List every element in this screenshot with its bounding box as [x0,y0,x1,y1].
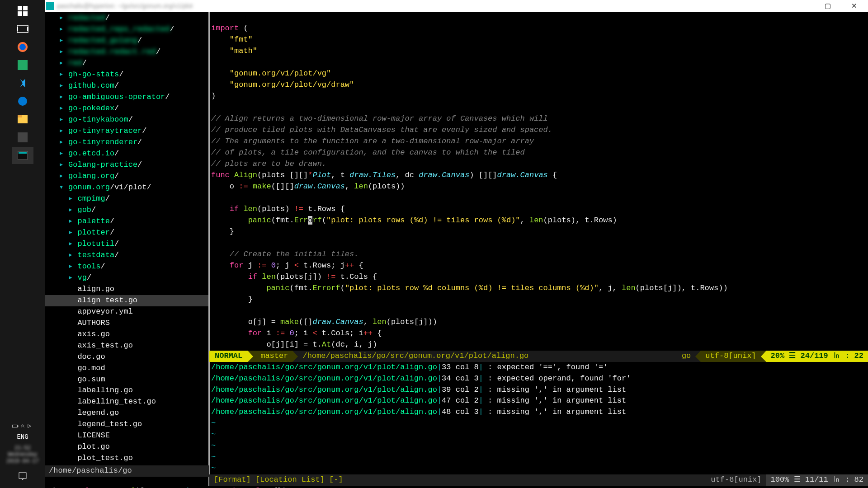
vim-mode: NORMAL [209,351,248,362]
quickfix-entry[interactable]: /home/paschalis/go/src/gonum.org/v1/plot… [211,385,868,396]
tree-dir[interactable]: ▸ redacted_golang/ [45,35,208,47]
svg-point-8 [19,44,26,50]
status-line: NORMAL master /home/paschalis/go/src/gon… [209,351,868,362]
empty-line-tilde: ~ [211,429,868,441]
file-tree[interactable]: ▸ redacted/ ▸ redacted_repo_redacted/ ▸ … [45,12,209,486]
tree-dir[interactable]: ▸ testdata/ [45,250,208,261]
tree-file[interactable]: labelling.go [45,385,208,396]
qf-status-encoding: utf-8[unix] [706,474,766,486]
tree-dir[interactable]: ▸ plotter/ [45,227,208,239]
code-area[interactable]: import ( "fmt" "math" "gonum.org/v1/plot… [209,12,868,351]
empty-line-tilde: ~ [211,452,868,463]
svg-rect-6 [27,27,28,31]
tree-file[interactable]: go.mod [45,363,208,374]
svg-rect-18 [19,473,26,479]
app-icon-2[interactable] [12,93,33,110]
svg-rect-13 [18,132,28,142]
tree-file[interactable]: plot_test.go [45,453,208,464]
maximize-button[interactable]: ▢ [815,0,841,12]
tree-dir[interactable]: ▸ go-tinyraytracer/ [45,126,208,137]
tree-dir[interactable]: ▸ Golang-practice/ [45,160,208,171]
svg-rect-17 [18,425,18,427]
tree-dir[interactable]: ▾ gonum.org/v1/plot/ [45,182,208,193]
tree-file[interactable]: legend.go [45,408,208,419]
tree-dir[interactable]: ▸ github.com/ [45,80,208,92]
empty-line-tilde: ~ [211,441,868,452]
tree-file[interactable]: axis_test.go [45,340,208,352]
tree-dir[interactable]: ▸ red/ [45,58,208,69]
clock[interactable]: 21:52 Wednesday 2019-04-17 [6,445,39,465]
status-position: 20% ☰ 24/119 ㏑ : 22 [766,351,868,362]
language-indicator[interactable]: ENG [17,433,28,441]
tree-file[interactable]: axis.go [45,329,208,340]
tree-file[interactable]: align_test.go [45,295,208,306]
tree-dir[interactable]: ▸ palette/ [45,216,208,227]
app-icon-3[interactable] [12,129,33,146]
tree-dir[interactable]: ▸ cmpimg/ [45,193,208,205]
svg-rect-3 [23,11,28,16]
tree-dir[interactable]: ▸ plotutil/ [45,239,208,250]
svg-rect-9 [18,60,28,70]
vscode-icon[interactable] [12,75,33,92]
status-encoding: utf-8[unix] [701,351,760,362]
tree-file[interactable]: doc.go [45,352,208,363]
start-icon[interactable] [12,2,33,19]
tree-dir[interactable]: ▸ golang.org/ [45,171,208,182]
quickfix-entry[interactable]: /home/paschalis/go/src/gonum.org/v1/plot… [211,407,868,418]
quickfix-entry[interactable]: /home/paschalis/go/src/gonum.org/v1/plot… [211,362,868,373]
svg-rect-1 [23,6,28,10]
empty-line-tilde: ~ [211,418,868,429]
tree-dir[interactable]: ▸ redacted/ [45,13,208,24]
tree-dir[interactable]: ▸ go-tinyrenderer/ [45,137,208,148]
svg-rect-4 [17,25,28,33]
quickfix-entry[interactable]: /home/paschalis/go/src/gonum.org/v1/plot… [211,395,868,407]
terminal-icon[interactable] [12,147,33,164]
quickfix-entry[interactable]: /home/paschalis/go/src/gonum.org/v1/plot… [211,373,868,385]
tree-file[interactable]: align.go [45,284,208,295]
terminal-window: paschalis@hyperion: ~/go/src/gonum.org/v… [45,0,868,488]
editor-pane[interactable]: import ( "fmt" "math" "gonum.org/v1/plot… [209,12,868,486]
minimize-button[interactable]: — [788,0,815,12]
notifications-icon[interactable] [12,468,33,485]
tree-file[interactable]: plot.go [45,441,208,453]
tree-dir[interactable]: ▸ redacted_repo_redacted/ [45,24,208,35]
tree-dir[interactable]: ▸ redacted.redact.red/ [45,47,208,58]
tree-file[interactable]: appveyor.yml [45,306,208,318]
tree-dir[interactable]: ▸ tools/ [45,261,208,272]
tree-dir[interactable]: ▸ go-pokedex/ [45,103,208,114]
vim-cmdline: vim-go: func Errorf(format string, a ...… [45,486,868,488]
status-file: /home/paschalis/go/src/gonum.org/v1/plot… [298,351,677,362]
app-icon-1[interactable] [12,56,33,74]
taskview-icon[interactable] [12,20,33,38]
tree-dir[interactable]: ▸ go-ambiguous-operator/ [45,92,208,103]
svg-rect-12 [18,115,22,117]
tree-file[interactable]: AUTHORS [45,318,208,329]
app-icon [46,2,54,10]
quickfix-list[interactable]: /home/paschalis/go/src/gonum.org/v1/plot… [209,362,868,475]
svg-point-10 [18,97,27,106]
svg-rect-2 [18,11,22,16]
close-button[interactable]: ✕ [841,0,867,12]
qf-status-position: 100% ☰ 11/11 ㏑ : 82 [766,474,868,486]
tree-file[interactable]: legend_test.go [45,419,208,430]
tree-dir[interactable]: ▸ go-tinykaboom/ [45,114,208,126]
git-branch: master [253,351,292,362]
svg-rect-5 [17,27,18,31]
windows-taskbar: ENG 21:52 Wednesday 2019-04-17 [0,0,45,488]
firefox-icon[interactable] [12,38,33,56]
tree-dir[interactable]: ▸ gob/ [45,205,208,216]
svg-rect-0 [18,6,22,10]
tree-file[interactable]: labelling_test.go [45,396,208,408]
qf-status-label: [Format] [Location List] [-] [209,474,706,486]
tree-dir[interactable]: ▸ gh-go-stats/ [45,69,208,80]
tree-status: /home/paschalis/go [45,465,209,477]
status-filetype: go [677,351,695,362]
tree-dir[interactable]: ▸ vg/ [45,272,208,284]
tree-file[interactable]: go.sum [45,374,208,385]
explorer-icon[interactable] [12,111,33,128]
tree-dir[interactable]: ▸ go.etcd.io/ [45,148,208,160]
tray-icons[interactable] [12,421,33,431]
window-titlebar[interactable]: paschalis@hyperion: ~/go/src/gonum.org/v… [45,0,868,12]
tree-file[interactable]: LICENSE [45,430,208,441]
empty-line-tilde: ~ [211,463,868,474]
